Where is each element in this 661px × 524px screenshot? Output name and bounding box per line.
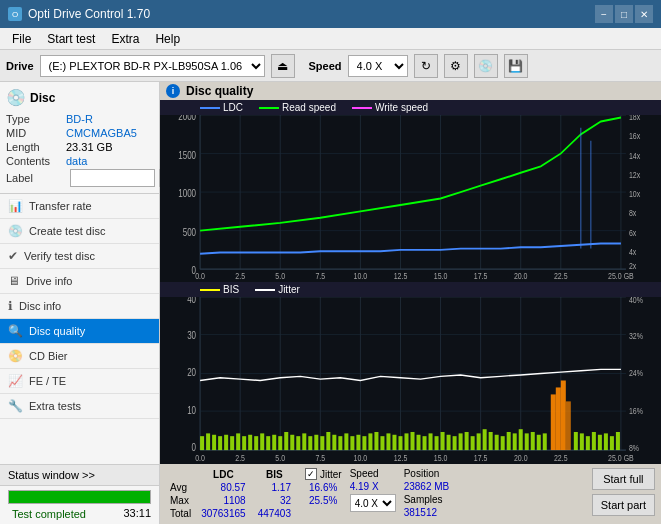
sidebar-item-disc-info[interactable]: ℹ Disc info <box>0 294 159 319</box>
maximize-button[interactable]: □ <box>615 5 633 23</box>
status-bar: Status window >> Test completed 33:11 <box>0 464 159 524</box>
svg-text:15.0: 15.0 <box>434 452 448 463</box>
total-ldc: 30763165 <box>195 507 252 520</box>
svg-rect-96 <box>350 436 354 450</box>
svg-rect-95 <box>344 433 348 450</box>
type-label: Type <box>6 113 66 125</box>
svg-rect-94 <box>338 436 342 450</box>
chart-header: i Disc quality <box>160 82 661 100</box>
cd-bier-icon: 📀 <box>8 349 23 363</box>
svg-text:12x: 12x <box>629 170 640 180</box>
stats-area: LDC BIS Avg 80.57 1.17 Max 1108 32 Tot <box>160 464 661 524</box>
svg-text:12.5: 12.5 <box>394 272 408 282</box>
drive-label: Drive <box>6 60 34 72</box>
eject-button[interactable]: ⏏ <box>271 54 295 78</box>
menubar: File Start test Extra Help <box>0 28 661 50</box>
nav-label-create-test-disc: Create test disc <box>29 225 105 237</box>
sidebar-item-cd-bier[interactable]: 📀 CD Bier <box>0 344 159 369</box>
svg-rect-133 <box>574 432 578 450</box>
disc-info-icon: ℹ <box>8 299 13 313</box>
svg-rect-134 <box>580 433 584 450</box>
svg-text:6x: 6x <box>629 228 636 238</box>
svg-text:10: 10 <box>187 404 196 417</box>
svg-rect-132 <box>543 433 547 450</box>
drive-select[interactable]: (E:) PLEXTOR BD-R PX-LB950SA 1.06 <box>40 55 265 77</box>
transfer-rate-icon: 📊 <box>8 199 23 213</box>
svg-text:40: 40 <box>187 297 196 305</box>
svg-rect-110 <box>435 436 439 450</box>
save-button[interactable]: 💾 <box>504 54 528 78</box>
svg-rect-102 <box>386 433 390 450</box>
speed-section: Speed 4.19 X 4.0 X <box>350 468 396 512</box>
jitter-checkbox[interactable]: ✓ <box>305 468 317 480</box>
menu-help[interactable]: Help <box>147 30 188 48</box>
menu-start-test[interactable]: Start test <box>39 30 103 48</box>
sidebar-item-extra-tests[interactable]: 🔧 Extra tests <box>0 394 159 419</box>
progress-bar-fill <box>9 491 150 503</box>
svg-rect-84 <box>278 436 282 450</box>
svg-rect-125 <box>551 394 556 450</box>
sidebar-item-verify-test-disc[interactable]: ✔ Verify test disc <box>0 244 159 269</box>
svg-rect-120 <box>495 435 499 450</box>
drive-info-icon: 🖥 <box>8 274 20 288</box>
bis-header: BIS <box>252 468 297 481</box>
label-input[interactable] <box>70 169 155 187</box>
legend-bis: BIS <box>200 284 239 295</box>
speed-select[interactable]: 4.0 X <box>348 55 408 77</box>
refresh-button[interactable]: ↻ <box>414 54 438 78</box>
svg-text:32%: 32% <box>629 330 643 341</box>
svg-rect-97 <box>356 435 360 450</box>
start-full-button[interactable]: Start full <box>592 468 655 490</box>
svg-text:1500: 1500 <box>178 150 196 161</box>
start-part-button[interactable]: Start part <box>592 494 655 516</box>
svg-rect-117 <box>477 433 481 450</box>
position-label: Position <box>404 468 440 479</box>
svg-text:22.5: 22.5 <box>554 272 568 282</box>
close-button[interactable]: ✕ <box>635 5 653 23</box>
svg-rect-108 <box>423 436 427 450</box>
total-label: Total <box>166 507 195 520</box>
svg-rect-105 <box>404 433 408 450</box>
svg-text:2x: 2x <box>629 261 636 271</box>
sidebar-item-drive-info[interactable]: 🖥 Drive info <box>0 269 159 294</box>
sidebar-item-create-test-disc[interactable]: 💿 Create test disc <box>0 219 159 244</box>
svg-rect-136 <box>592 432 596 450</box>
svg-rect-83 <box>272 435 276 450</box>
type-value: BD-R <box>66 113 93 125</box>
svg-text:12.5: 12.5 <box>394 452 408 463</box>
menu-file[interactable]: File <box>4 30 39 48</box>
speed-dropdown[interactable]: 4.0 X <box>350 494 396 512</box>
jitter-avg-val: 16.6% <box>309 482 337 493</box>
svg-rect-87 <box>296 436 300 450</box>
svg-text:5.0: 5.0 <box>275 272 285 282</box>
samples-label: Samples <box>404 494 443 505</box>
svg-rect-73 <box>212 435 216 450</box>
svg-rect-139 <box>610 436 614 450</box>
status-text: Test completed <box>8 507 90 521</box>
sidebar-item-transfer-rate[interactable]: 📊 Transfer rate <box>0 194 159 219</box>
status-window-label: Status window >> <box>8 469 95 481</box>
main-content: 💿 Disc Type BD-R MID CMCMAGBA5 Length 23… <box>0 82 661 524</box>
stats-table: LDC BIS Avg 80.57 1.17 Max 1108 32 Tot <box>166 468 297 520</box>
svg-text:10.0: 10.0 <box>354 272 368 282</box>
svg-rect-104 <box>398 436 402 450</box>
disc-button[interactable]: 💿 <box>474 54 498 78</box>
svg-rect-126 <box>556 387 561 450</box>
app-title: Opti Drive Control 1.70 <box>28 7 150 21</box>
status-window-button[interactable]: Status window >> <box>0 465 159 486</box>
minimize-button[interactable]: − <box>595 5 613 23</box>
progress-bar-container <box>8 490 151 504</box>
svg-rect-90 <box>314 435 318 450</box>
position-value: 23862 MB <box>404 481 450 492</box>
menu-extra[interactable]: Extra <box>103 30 147 48</box>
svg-rect-130 <box>531 432 535 450</box>
sidebar-item-fe-te[interactable]: 📈 FE / TE <box>0 369 159 394</box>
svg-rect-76 <box>230 436 234 450</box>
chart-title: Disc quality <box>186 84 253 98</box>
svg-rect-80 <box>254 436 258 450</box>
svg-rect-92 <box>326 432 330 450</box>
settings-button[interactable]: ⚙ <box>444 54 468 78</box>
status-info: Test completed 33:11 <box>4 506 155 522</box>
svg-text:17.5: 17.5 <box>474 452 488 463</box>
sidebar-item-disc-quality[interactable]: 🔍 Disc quality <box>0 319 159 344</box>
